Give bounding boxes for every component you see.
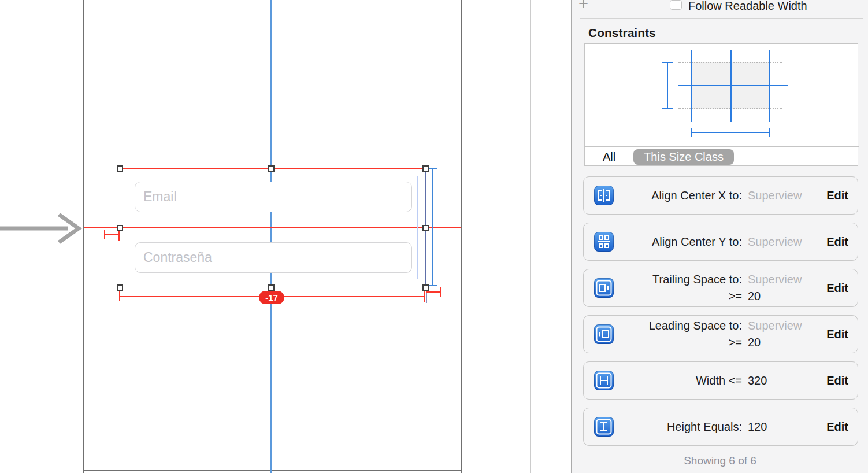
constraint-label: Align Center Y to: (620, 234, 742, 250)
dimension-badge: -17 (259, 291, 284, 304)
height-constraint-cap-top (428, 168, 437, 169)
constraint-constant: 20 (748, 288, 813, 305)
constraints-count-footer: Showing 6 of 6 (572, 454, 868, 467)
diagram-height-ibeam (667, 62, 668, 109)
edit-button[interactable]: Edit (818, 328, 848, 341)
add-constraint-button[interactable]: + (578, 0, 588, 9)
constraint-row-trailing-space[interactable]: Trailing Space to: >= Superview 20 Edit (583, 269, 858, 307)
align-center-y-icon (594, 232, 614, 252)
diagram-width-ibeam-cap-right (769, 128, 770, 137)
email-field[interactable] (135, 182, 412, 212)
edit-button[interactable]: Edit (818, 189, 848, 202)
size-class-all-segment[interactable]: All (603, 150, 615, 164)
edit-button[interactable]: Edit (818, 374, 848, 387)
leading-space-icon (594, 324, 614, 344)
trailing-space-icon (594, 278, 614, 298)
diagram-strip-divider (585, 146, 859, 147)
constraint-row-height[interactable]: Height Equals: 120 Edit (583, 408, 858, 446)
handle-bottom-right[interactable] (422, 284, 429, 291)
constraint-constant: 20 (748, 334, 813, 351)
section-divider (580, 18, 863, 19)
constraint-label: Height Equals: (620, 419, 742, 435)
handle-bottom-center[interactable] (268, 284, 275, 291)
height-constraint-bar (432, 169, 433, 286)
handle-top-right[interactable] (422, 165, 429, 172)
handle-top-left[interactable] (117, 165, 123, 172)
trailing-space-cap (440, 287, 441, 297)
constraint-value: Superview (748, 187, 813, 204)
constraint-label: Width <= (620, 372, 742, 389)
constraint-label: Align Center X to: (620, 187, 742, 204)
diagram-height-ibeam-cap-bottom (662, 108, 673, 109)
constraint-value: Superview (748, 317, 813, 334)
handle-mid-right[interactable] (422, 225, 429, 231)
diagram-width-ibeam-cap-left (691, 128, 692, 137)
constraint-row-align-center-y[interactable]: Align Center Y to: Superview Edit (583, 223, 858, 261)
diagram-width-ibeam (692, 132, 770, 133)
constraint-value: Superview (748, 271, 813, 288)
edit-button[interactable]: Edit (818, 282, 848, 295)
constraint-row-width[interactable]: Width <= 320 Edit (583, 361, 858, 400)
align-center-x-icon (594, 186, 614, 205)
constraint-row-align-center-x[interactable]: Align Center X to: Superview Edit (583, 176, 858, 215)
leading-space-bar (105, 234, 120, 235)
constraint-relation: >= (620, 334, 742, 351)
storyboard-entry-arrow-icon (0, 211, 84, 246)
follow-readable-width-label: Follow Readable Width (688, 0, 807, 13)
handle-top-center[interactable] (268, 165, 275, 172)
trailing-space-bar (426, 291, 441, 293)
editor-gutter-line (530, 0, 531, 473)
constraint-relation: >= (620, 288, 742, 305)
size-class-this-segment[interactable]: This Size Class (633, 149, 734, 165)
scene-bottom-border (83, 470, 462, 471)
constraint-label: Leading Space to: (620, 317, 742, 334)
size-inspector-panel: + Follow Readable Width Constraints All … (571, 0, 868, 473)
constraint-label: Trailing Space to: (620, 271, 742, 288)
leading-space-cap-left (104, 230, 105, 239)
constraint-value: Superview (748, 234, 813, 250)
height-icon (594, 417, 614, 437)
handle-mid-left[interactable] (117, 225, 123, 231)
constraint-value: 120 (748, 419, 813, 435)
width-icon (594, 371, 614, 390)
constraint-row-leading-space[interactable]: Leading Space to: >= Superview 20 Edit (583, 315, 858, 353)
password-field[interactable] (135, 242, 412, 273)
constraint-value: 320 (748, 372, 813, 389)
constraints-section-title: Constraints (588, 26, 656, 40)
diagram-hline-center (678, 85, 788, 86)
constraints-diagram[interactable]: All This Size Class (584, 43, 858, 166)
handle-bottom-left[interactable] (117, 284, 123, 291)
width-measure-cap-right (424, 291, 425, 302)
width-measure-cap-left (119, 291, 120, 301)
edit-button[interactable]: Edit (818, 420, 848, 434)
follow-readable-width-checkbox[interactable] (670, 0, 682, 10)
height-constraint-cap-bottom (428, 285, 437, 286)
xcode-interface-builder: -17 + Follow Readable Width Constraints (0, 0, 868, 473)
edit-button[interactable]: Edit (818, 235, 848, 249)
diagram-height-ibeam-cap-top (662, 62, 673, 63)
scene-right-border (461, 0, 462, 473)
